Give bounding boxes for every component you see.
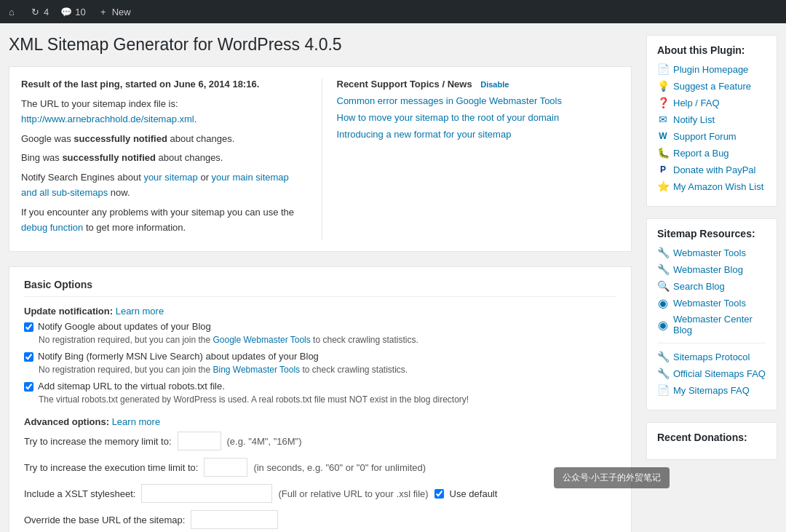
sidebar-my-sitemaps-faq[interactable]: 📄 My Sitemaps FAQ <box>657 384 766 396</box>
sidebar-webmaster-tools-2[interactable]: ◉ Webmaster Tools <box>657 297 766 309</box>
ping-line-4: Notify Search Engines about your sitemap… <box>21 170 304 201</box>
basic-options-title: Basic Options <box>24 279 616 297</box>
sidebar-notify-list[interactable]: ✉ Notify List <box>657 114 766 125</box>
ping-line-2: Google was successfully notified about c… <box>21 132 304 147</box>
adminbar-comments[interactable]: 💬 10 <box>60 6 85 17</box>
paypal-icon: P <box>657 164 669 175</box>
support-topic-2[interactable]: How to move your sitemap to the root of … <box>337 112 620 123</box>
adminbar-wp[interactable]: ⌂ <box>6 6 17 17</box>
my-sitemaps-faq-icon: 📄 <box>657 384 669 396</box>
sidebar-support-forum[interactable]: W Support Forum <box>657 130 766 142</box>
sidebar-webmaster-tools-1[interactable]: 🔧 Webmaster Tools <box>657 247 766 258</box>
adminbar-new[interactable]: + New <box>98 6 131 17</box>
base-url-input[interactable] <box>191 510 278 529</box>
base-url-row: Override the base URL of the sitemap: <box>24 510 616 529</box>
use-default-checkbox[interactable] <box>434 489 444 499</box>
notify-list-link[interactable]: Notify List <box>673 114 715 125</box>
advanced-options-group: Advanced options: Learn more Try to incr… <box>24 416 616 532</box>
plugin-homepage-link[interactable]: Plugin Homepage <box>673 64 748 75</box>
about-widget-title: About this Plugin: <box>657 44 766 56</box>
search-blog-icon: 🔍 <box>657 280 669 292</box>
update-notification-learn-more[interactable]: Learn more <box>116 306 164 317</box>
help-faq-link[interactable]: Help / FAQ <box>673 98 720 108</box>
your-sitemap-link[interactable]: your sitemap <box>143 172 197 183</box>
xslt-desc: (Full or relative URL to your .xsl file) <box>278 488 428 499</box>
sidebar-official-sitemaps-faq[interactable]: 🔧 Official Sitemaps FAQ <box>657 368 766 379</box>
sidebar-help-faq[interactable]: ❓ Help / FAQ <box>657 97 766 108</box>
support-forum-link[interactable]: Support Forum <box>673 131 737 142</box>
report-bug-link[interactable]: Report a Bug <box>673 148 729 159</box>
notify-google-subtext: No registration required, but you can jo… <box>39 335 616 345</box>
support-topic-3[interactable]: Introducing a new format for your sitema… <box>337 129 620 140</box>
sidebar-webmaster-center[interactable]: ◉ Webmaster Center Blog <box>657 314 766 336</box>
admin-bar: ⌂ ↻ 4 💬 10 + New <box>0 0 786 23</box>
advanced-options-learn-more[interactable]: Learn more <box>112 416 160 427</box>
add-robots-label: Add sitemap URL to the virtual robots.tx… <box>38 381 225 392</box>
add-robots-subtext: The virtual robots.txt generated by Word… <box>39 394 616 405</box>
add-robots-row: Add sitemap URL to the virtual robots.tx… <box>24 381 616 392</box>
suggest-feature-link[interactable]: Suggest a Feature <box>673 81 751 92</box>
google-webmaster-tools-link[interactable]: Google Webmaster Tools <box>213 335 310 345</box>
ping-line-3: Bing was successfully notified about cha… <box>21 151 304 166</box>
notify-bing-checkbox[interactable] <box>24 352 33 362</box>
bing-webmaster-tools-link[interactable]: Bing Webmaster Tools <box>213 365 300 375</box>
updates-count: 4 <box>44 7 49 17</box>
updates-icon: ↻ <box>29 6 41 17</box>
debug-function-link[interactable]: debug function <box>21 222 83 233</box>
use-default-label: Use default <box>450 488 498 499</box>
update-notification-text: Update notification: <box>24 306 113 317</box>
memory-limit-desc: (e.g. "4M", "16M") <box>227 436 302 447</box>
webmaster-blog-icon: 🔧 <box>657 263 669 275</box>
sidebar-amazon-wishlist[interactable]: ⭐ My Amazon Wish List <box>657 180 766 192</box>
sitemap-url-link[interactable]: http://www.arnebrachhold.de/sitemap.xml <box>21 114 194 124</box>
report-bug-icon: 🐛 <box>657 147 669 159</box>
add-robots-checkbox[interactable] <box>24 382 33 392</box>
exec-time-input[interactable] <box>204 458 247 477</box>
webmaster-tools-1-icon: 🔧 <box>657 247 669 258</box>
sidebar-plugin-homepage[interactable]: 📄 Plugin Homepage <box>657 63 766 75</box>
webmaster-center-link[interactable]: Webmaster Center Blog <box>673 314 766 336</box>
webmaster-blog-link[interactable]: Webmaster Blog <box>673 264 743 275</box>
exec-time-desc: (in seconds, e.g. "60" or "0" for unlimi… <box>253 462 426 473</box>
webmaster-center-icon: ◉ <box>657 319 669 330</box>
sidebar-webmaster-blog[interactable]: 🔧 Webmaster Blog <box>657 263 766 275</box>
resources-widget: Sitemap Resources: 🔧 Webmaster Tools 🔧 W… <box>646 218 777 410</box>
about-widget: About this Plugin: 📄 Plugin Homepage 💡 S… <box>646 35 777 207</box>
notify-google-label: Notify Google about updates of your Blog <box>38 321 211 332</box>
comments-icon: 💬 <box>60 6 72 17</box>
sidebar-donate-paypal[interactable]: P Donate with PayPal <box>657 164 766 175</box>
ping-left: Result of the last ping, started on June… <box>21 79 304 239</box>
amazon-wishlist-link[interactable]: My Amazon Wish List <box>673 181 763 192</box>
notify-google-row: Notify Google about updates of your Blog <box>24 321 616 332</box>
new-label: New <box>112 7 131 17</box>
memory-limit-row: Try to increase the memory limit to: (e.… <box>24 432 616 450</box>
comments-count: 10 <box>75 7 85 17</box>
sidebar-report-bug[interactable]: 🐛 Report a Bug <box>657 147 766 159</box>
sidebar-sitemaps-protocol[interactable]: 🔧 Sitemaps Protocol <box>657 351 766 362</box>
xslt-row: Include a XSLT stylesheet: (Full or rela… <box>24 484 616 503</box>
ping-header: Result of the last ping, started on June… <box>21 79 304 90</box>
donations-widget-title: Recent Donations: <box>657 432 766 443</box>
base-url-label: Override the base URL of the sitemap: <box>24 515 185 525</box>
sidebar-suggest-feature[interactable]: 💡 Suggest a Feature <box>657 80 766 92</box>
webmaster-tools-2-link[interactable]: Webmaster Tools <box>673 298 746 309</box>
donations-widget: Recent Donations: <box>646 422 777 460</box>
search-blog-link[interactable]: Search Blog <box>673 281 725 292</box>
sidebar-search-blog[interactable]: 🔍 Search Blog <box>657 280 766 292</box>
xslt-input[interactable] <box>141 484 272 503</box>
exec-time-row: Try to increase the execution time limit… <box>24 458 616 477</box>
support-topic-1[interactable]: Common error messages in Google Webmaste… <box>337 95 620 106</box>
ping-line-1: The URL to your sitemap index file is: h… <box>21 97 304 127</box>
new-icon: + <box>98 6 109 17</box>
disable-link[interactable]: Disable <box>480 80 509 89</box>
memory-limit-input[interactable] <box>178 432 221 450</box>
donate-paypal-link[interactable]: Donate with PayPal <box>673 164 755 175</box>
webmaster-tools-1-link[interactable]: Webmaster Tools <box>673 247 746 258</box>
sitemaps-protocol-link[interactable]: Sitemaps Protocol <box>673 352 750 362</box>
ping-line-5: If you encounter any problems with your … <box>21 205 304 236</box>
adminbar-updates[interactable]: ↻ 4 <box>29 6 49 17</box>
notify-google-checkbox[interactable] <box>24 322 33 332</box>
my-sitemaps-faq-link[interactable]: My Sitemaps FAQ <box>673 385 750 396</box>
notify-bing-subtext: No registration required, but you can jo… <box>39 365 616 375</box>
official-sitemaps-faq-link[interactable]: Official Sitemaps FAQ <box>673 368 766 379</box>
